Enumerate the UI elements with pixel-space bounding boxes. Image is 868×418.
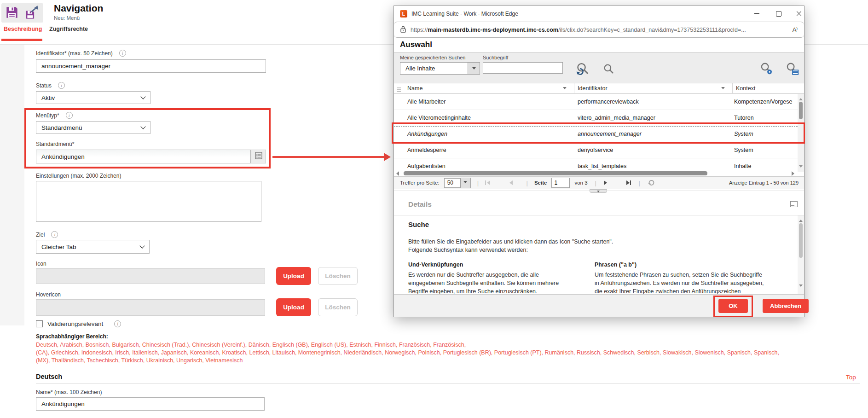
last-page-button[interactable] (626, 180, 631, 185)
minimize-button[interactable] (749, 7, 764, 20)
language-link[interactable]: Japanisch (161, 349, 190, 356)
previous-page-button[interactable] (509, 180, 513, 185)
language-link[interactable]: Montenegrinisch (298, 349, 344, 356)
language-link[interactable]: Norwegisch (385, 349, 418, 356)
language-link[interactable]: Niederländisch (344, 349, 385, 356)
ok-button[interactable]: OK (718, 299, 748, 313)
language-link[interactable]: Spanisch (754, 349, 779, 356)
language-link[interactable]: Slowenisch (694, 349, 727, 356)
next-page-button[interactable] (604, 180, 607, 185)
hovericon-delete-button[interactable]: Löschen (318, 298, 358, 316)
language-link[interactable]: Estnisch (349, 342, 374, 348)
scroll-left-icon[interactable] (396, 171, 399, 176)
splitter[interactable] (394, 189, 804, 193)
standardmenue-picker-button[interactable] (251, 150, 266, 163)
icon-upload-button[interactable]: Upload (276, 267, 311, 285)
language-link[interactable]: Portugiesisch (PT) (494, 349, 545, 356)
language-link[interactable]: Ungarisch (176, 357, 205, 364)
menuetyp-select[interactable]: Standardmenü (36, 121, 150, 134)
scrollbar-thumb[interactable] (404, 171, 707, 175)
language-link[interactable]: Chinesisch (Trad.) (142, 342, 192, 348)
search-start-icon[interactable] (575, 62, 590, 78)
language-link[interactable]: Dänisch (249, 342, 272, 348)
language-link[interactable]: Slowakisch (663, 349, 694, 356)
language-link[interactable]: Litauisch (272, 349, 298, 356)
language-link[interactable]: Französisch (433, 342, 466, 348)
saved-searches-arrow-button[interactable] (468, 62, 480, 75)
search-icon[interactable] (602, 63, 615, 77)
info-icon[interactable] (119, 50, 126, 57)
save-and-exit-button[interactable] (24, 5, 40, 20)
language-link[interactable]: Spanisch (727, 349, 754, 356)
language-link[interactable]: (MX) (36, 357, 52, 364)
language-link[interactable]: Vietnamesisch (205, 357, 243, 364)
hovericon-upload-button[interactable]: Upload (276, 298, 311, 316)
search-save-icon[interactable] (786, 62, 799, 77)
grip-icon[interactable] (397, 86, 401, 94)
table-row[interactable]: Anmeldesperre denyofservice System (394, 142, 798, 158)
tab-zugriffsrechte[interactable]: Zugriffsrechte (49, 26, 88, 32)
maximize-button[interactable] (771, 7, 786, 20)
search-settings-icon[interactable] (760, 62, 773, 77)
language-link[interactable]: Englisch (GB) (272, 342, 311, 348)
close-button[interactable] (792, 7, 806, 20)
info-icon[interactable] (51, 231, 58, 238)
language-link[interactable]: Serbisch (637, 349, 663, 356)
table-row[interactable]: Alle Viteromeetinginhalte vitero_admin_m… (394, 110, 798, 126)
page-input[interactable] (551, 178, 570, 188)
search-term-input[interactable] (483, 62, 563, 74)
panel-icon[interactable] (790, 201, 798, 207)
language-link[interactable]: Italienisch (132, 349, 161, 356)
saved-searches-select[interactable]: Alle Inhalte (400, 62, 468, 75)
language-link[interactable]: Türkisch (122, 357, 146, 364)
column-filter-icon[interactable] (563, 87, 567, 91)
top-link[interactable]: Top (846, 374, 856, 381)
column-filter-icon[interactable] (721, 87, 725, 91)
info-icon[interactable] (114, 320, 121, 327)
tab-beschreibung[interactable]: Beschreibung (4, 26, 42, 32)
scrollbar-thumb[interactable] (799, 102, 803, 119)
first-page-button[interactable] (485, 180, 490, 185)
scroll-up-icon[interactable] (799, 218, 803, 222)
cancel-button[interactable]: Abbrechen (763, 299, 809, 313)
scrollbar-thumb[interactable] (799, 223, 803, 258)
save-button[interactable] (6, 6, 18, 19)
language-link[interactable]: Rumänisch (545, 349, 577, 356)
splitter-handle[interactable] (590, 189, 607, 193)
language-link[interactable]: Thailändisch (52, 357, 87, 364)
language-link[interactable]: Kroatisch (222, 349, 249, 356)
scroll-down-icon[interactable] (799, 284, 803, 289)
column-divider[interactable] (574, 83, 574, 94)
info-icon[interactable] (66, 112, 73, 119)
per-page-value[interactable]: 50 (444, 178, 461, 188)
refresh-icon[interactable] (648, 179, 655, 187)
ziel-select[interactable]: Gleicher Tab (36, 240, 150, 254)
language-link[interactable]: Irisch (115, 349, 132, 356)
table-vertical-scrollbar[interactable] (798, 94, 804, 172)
standardmenue-input[interactable]: Ankündigungen (36, 150, 251, 163)
per-page-arrow-button[interactable] (461, 178, 471, 188)
language-link[interactable]: Deutsch (36, 342, 60, 348)
scroll-right-icon[interactable] (792, 171, 794, 176)
language-link[interactable]: Lettisch (249, 349, 272, 356)
table-row[interactable]: Alle Mitarbeiter performancereviewback K… (394, 94, 798, 110)
language-link[interactable]: Chinesisch (Vereinf.) (192, 342, 248, 348)
einstellungen-textarea[interactable] (36, 181, 261, 222)
language-link[interactable]: Koreanisch (190, 349, 222, 356)
name-input[interactable]: Ankündigungen (36, 397, 265, 411)
window-titlebar[interactable]: L IMC Learning Suite - Work - Microsoft … (394, 6, 804, 22)
column-header-name[interactable]: Name (407, 85, 422, 92)
language-link[interactable]: Polnisch (418, 349, 443, 356)
icon-delete-button[interactable]: Löschen (318, 267, 358, 285)
language-link[interactable]: Bulgarisch (112, 342, 142, 348)
language-link[interactable]: Schwedisch (603, 349, 637, 356)
table-row[interactable]: Aufgabenlisten task_list_templates Inhal… (394, 158, 798, 172)
column-header-kontext[interactable]: Kontext (736, 85, 755, 92)
language-link[interactable]: Arabisch (60, 342, 86, 348)
address-bar[interactable]: https://main-masterdb.imc-ms-deployment.… (394, 22, 804, 38)
info-icon[interactable] (58, 82, 65, 89)
status-select[interactable]: Aktiv (36, 91, 150, 104)
column-divider[interactable] (732, 83, 733, 94)
language-link[interactable]: Russisch (577, 349, 603, 356)
language-link[interactable]: Englisch (US) (311, 342, 349, 348)
